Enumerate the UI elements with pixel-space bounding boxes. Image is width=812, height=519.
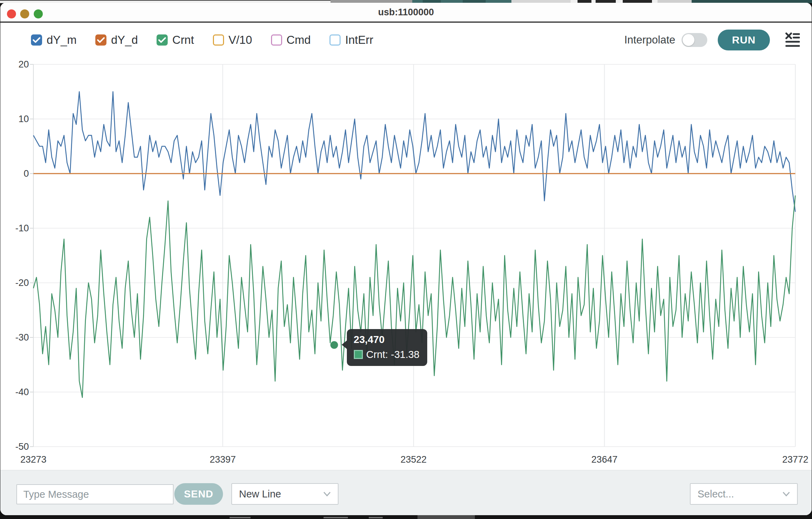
toggle-knob [683,34,694,46]
checkmark-icon [97,37,105,43]
app-window: usb:1100000 dY_m dY_d Crnt [0,3,812,515]
series-checkbox [271,34,282,46]
port-select[interactable]: Select... [690,483,798,505]
toolbar: dY_m dY_d Crnt V/10 Cmd [0,23,812,57]
legend-item-V/10[interactable]: V/10 [213,33,252,47]
window-title: usb:1100000 [0,3,812,22]
series-checkbox [329,34,341,46]
checkmark-icon [158,37,166,43]
tooltip-series-value: Crnt: -31.38 [366,349,420,360]
tooltip-x-value: 23,470 [354,334,420,345]
svg-text:0: 0 [24,168,29,179]
chevron-down-icon [782,492,790,496]
message-bar: SEND New Line Select... [0,470,812,515]
svg-text:-30: -30 [15,332,29,343]
series-checkbox [95,34,106,46]
send-button[interactable]: SEND [174,483,223,505]
legend-item-IntErr[interactable]: IntErr [329,33,373,47]
legend-item-label: Crnt [172,33,194,47]
clear-log-icon[interactable] [785,32,800,48]
series-checkbox [157,34,168,46]
series-legend: dY_m dY_d Crnt V/10 Cmd [31,23,373,57]
svg-text:23397: 23397 [210,454,236,465]
titlebar: usb:1100000 [0,3,812,23]
toolbar-right-group: Interpolate RUN [624,23,800,57]
legend-item-Cmd[interactable]: Cmd [271,33,311,47]
tooltip-series-swatch [354,350,363,359]
desktop-background-bottom [0,515,812,519]
svg-text:-50: -50 [15,441,29,452]
legend-item-label: IntErr [345,33,373,47]
chart-tooltip: 23,470 Crnt: -31.38 [347,329,427,366]
line-ending-select[interactable]: New Line [231,483,339,505]
interpolate-toggle[interactable] [682,33,707,47]
svg-text:23772: 23772 [782,454,808,465]
svg-text:23273: 23273 [20,454,46,465]
svg-text:10: 10 [18,114,29,124]
legend-item-dY_m[interactable]: dY_m [31,33,77,47]
legend-item-label: Cmd [287,33,311,47]
svg-text:-10: -10 [15,223,29,233]
chevron-down-icon [323,492,331,496]
legend-item-Crnt[interactable]: Crnt [157,33,194,47]
legend-item-label: V/10 [229,33,252,47]
legend-item-label: dY_d [111,33,138,47]
message-input[interactable] [16,484,174,504]
svg-text:23522: 23522 [400,454,427,465]
svg-text:20: 20 [18,59,29,70]
run-button[interactable]: RUN [718,30,770,50]
svg-text:-40: -40 [15,387,29,397]
series-checkbox [31,34,42,46]
checkmark-icon [33,37,40,43]
chart-plot-area[interactable]: 20100-10-20-30-40-5023273233972352223647… [0,57,812,473]
series-checkbox [213,34,224,46]
legend-item-label: dY_m [47,33,77,47]
port-select-value: Select... [698,488,734,500]
line-ending-value: New Line [239,488,281,500]
svg-text:23647: 23647 [591,454,618,465]
interpolate-label: Interpolate [624,34,676,46]
legend-item-dY_d[interactable]: dY_d [95,33,138,47]
chart-svg: 20100-10-20-30-40-5023273233972352223647… [0,57,812,473]
svg-text:-20: -20 [15,278,29,288]
screen: usb:1100000 dY_m dY_d Crnt [0,0,812,519]
